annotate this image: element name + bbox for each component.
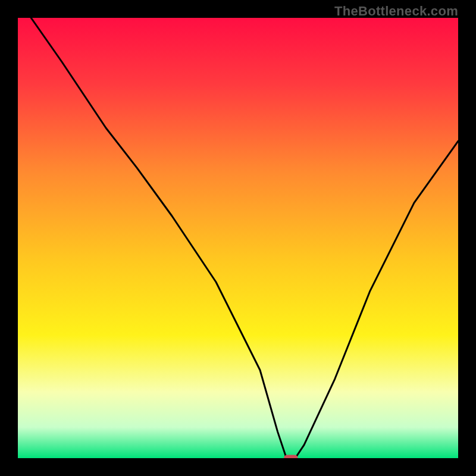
optimum-marker: [284, 455, 298, 459]
chart-frame: TheBottleneck.com: [0, 0, 476, 476]
watermark-label: TheBottleneck.com: [334, 4, 458, 19]
plot-area: [18, 18, 458, 458]
chart-background: [18, 18, 458, 458]
chart-svg: [18, 18, 458, 458]
